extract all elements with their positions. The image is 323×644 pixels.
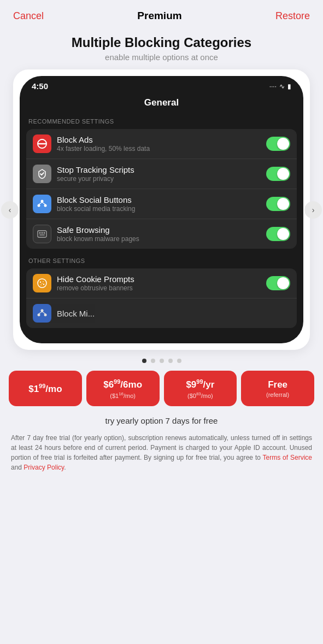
safe-browsing-desc: block known malware pages xyxy=(57,235,261,243)
svg-rect-7 xyxy=(38,231,46,237)
privacy-policy-link[interactable]: Privacy Policy xyxy=(24,464,64,471)
block-misc-name: Block Mi... xyxy=(57,309,290,318)
block-ads-text: Block Ads 4x faster loading, 50% less da… xyxy=(57,135,261,153)
price-yearly-button[interactable]: $999/yr ($083/mo) xyxy=(164,371,237,406)
svg-point-14 xyxy=(43,281,44,282)
stop-tracking-name: Stop Tracking Scripts xyxy=(57,165,261,174)
safe-browsing-text: Safe Browsing block known malware pages xyxy=(57,225,261,243)
hide-cookies-name: Hide Cookie Prompts xyxy=(57,274,261,284)
terms-of-service-link[interactable]: Terms of Service xyxy=(263,454,312,461)
dot-1[interactable] xyxy=(142,359,146,363)
other-settings-group: Hide Cookie Prompts remove obtrusive ban… xyxy=(26,268,297,328)
section-hero: Multiple Blocking Categories enable mult… xyxy=(0,30,323,69)
setting-row-block-misc: Block Mi... xyxy=(26,298,297,328)
phone-card: 4:50 ∙∙∙∙ ∿ ▮ General RECOMMENDED SETTIN… xyxy=(13,69,310,350)
phone-frame: 4:50 ∙∙∙∙ ∿ ▮ General RECOMMENDED SETTIN… xyxy=(20,76,303,343)
hero-title: Multiple Blocking Categories xyxy=(11,35,312,50)
stop-tracking-desc: secure your privacy xyxy=(57,175,261,183)
svg-point-8 xyxy=(39,232,41,234)
svg-point-17 xyxy=(42,283,42,284)
header: Cancel Premium Restore xyxy=(0,0,323,30)
safe-browsing-name: Safe Browsing xyxy=(57,225,261,235)
safe-browsing-toggle[interactable] xyxy=(266,227,290,241)
hide-cookies-toggle[interactable] xyxy=(266,276,290,290)
price-monthly-button[interactable]: $199/mo xyxy=(9,371,82,406)
stop-tracking-icon xyxy=(33,165,51,183)
setting-row-block-ads: Block Ads 4x faster loading, 50% less da… xyxy=(26,129,297,159)
svg-point-9 xyxy=(42,232,43,234)
recommended-settings-group: Block Ads 4x faster loading, 50% less da… xyxy=(26,129,297,249)
hero-subtitle: enable multiple options at once xyxy=(11,52,312,62)
recommended-settings-label: RECOMMENDED SETTINGS xyxy=(20,114,303,127)
page-title: Premium xyxy=(137,10,181,22)
block-ads-toggle[interactable] xyxy=(266,137,290,151)
phone-status-bar: 4:50 ∙∙∙∙ ∿ ▮ xyxy=(20,76,303,93)
svg-point-4 xyxy=(44,204,47,207)
svg-line-21 xyxy=(39,312,42,314)
carousel-dots xyxy=(0,350,323,371)
dot-4[interactable] xyxy=(168,359,173,363)
setting-row-safe-browsing: Safe Browsing block known malware pages xyxy=(26,219,297,249)
block-social-text: Block Social Buttons block social media … xyxy=(57,195,261,213)
carousel-next-button[interactable]: › xyxy=(304,201,322,219)
phone-time: 4:50 xyxy=(32,81,48,91)
svg-rect-11 xyxy=(39,235,45,236)
block-social-desc: block social media tracking xyxy=(57,205,261,213)
svg-line-6 xyxy=(42,202,45,204)
price-free-sub: (referral) xyxy=(243,391,312,398)
svg-line-22 xyxy=(42,312,45,314)
setting-row-block-social: Block Social Buttons block social media … xyxy=(26,189,297,219)
svg-point-10 xyxy=(44,232,45,234)
legal-end: . xyxy=(64,464,66,471)
try-text: try yearly option 7 days for free xyxy=(0,413,323,431)
block-misc-text: Block Mi... xyxy=(57,309,290,318)
price-free-main: Free xyxy=(243,379,312,390)
price-yearly-main: $999/yr xyxy=(166,378,235,390)
block-ads-desc: 4x faster loading, 50% less data xyxy=(57,145,261,153)
price-free-button[interactable]: Free (referral) xyxy=(241,371,314,406)
block-social-toggle[interactable] xyxy=(266,197,290,211)
other-settings-label: OTHER SETTINGS xyxy=(20,253,303,266)
block-ads-name: Block Ads xyxy=(57,135,261,144)
phone-carousel: ‹ › 4:50 ∙∙∙∙ ∿ ▮ General RECOMMENDED SE… xyxy=(0,69,323,350)
svg-point-2 xyxy=(41,200,44,203)
phone-screen-title: General xyxy=(20,93,303,114)
svg-point-13 xyxy=(40,282,41,283)
wifi-icon: ∿ xyxy=(279,83,285,90)
svg-point-15 xyxy=(43,284,44,285)
phone-status-icons: ∙∙∙∙ ∿ ▮ xyxy=(269,83,291,90)
svg-point-19 xyxy=(38,314,40,317)
price-6mo-button[interactable]: $699/6mo ($116/mo) xyxy=(86,371,160,406)
legal-text: After 7 day free trial (for yearly optio… xyxy=(0,431,323,483)
svg-point-20 xyxy=(44,314,47,317)
pricing-area: $199/mo $699/6mo ($116/mo) $999/yr ($083… xyxy=(0,371,323,406)
setting-row-stop-tracking: Stop Tracking Scripts secure your privac… xyxy=(26,159,297,189)
legal-and: and xyxy=(11,464,24,471)
svg-point-3 xyxy=(38,204,40,207)
dot-5[interactable] xyxy=(177,359,181,363)
cancel-button[interactable]: Cancel xyxy=(13,10,44,22)
price-yearly-sub: ($083/mo) xyxy=(166,391,235,399)
svg-line-5 xyxy=(39,202,42,204)
carousel-prev-button[interactable]: ‹ xyxy=(1,201,19,219)
svg-point-18 xyxy=(41,309,44,312)
block-ads-icon xyxy=(33,134,51,153)
stop-tracking-text: Stop Tracking Scripts secure your privac… xyxy=(57,165,261,183)
restore-button[interactable]: Restore xyxy=(275,10,310,22)
price-6mo-sub: ($116/mo) xyxy=(89,391,157,399)
safe-browsing-icon xyxy=(33,225,51,243)
svg-point-16 xyxy=(40,284,42,285)
dot-3[interactable] xyxy=(160,359,164,363)
hide-cookies-text: Hide Cookie Prompts remove obtrusive ban… xyxy=(57,274,261,292)
stop-tracking-toggle[interactable] xyxy=(266,167,290,181)
block-social-icon xyxy=(33,195,51,213)
hide-cookies-desc: remove obtrusive banners xyxy=(57,284,261,292)
hide-cookies-icon xyxy=(33,274,51,292)
setting-row-hide-cookies: Hide Cookie Prompts remove obtrusive ban… xyxy=(26,268,297,298)
price-monthly-main: $199/mo xyxy=(11,383,80,395)
battery-icon: ▮ xyxy=(287,83,291,90)
block-social-name: Block Social Buttons xyxy=(57,195,261,204)
price-6mo-main: $699/6mo xyxy=(89,378,157,390)
dot-2[interactable] xyxy=(151,359,155,363)
block-misc-icon xyxy=(33,304,51,323)
